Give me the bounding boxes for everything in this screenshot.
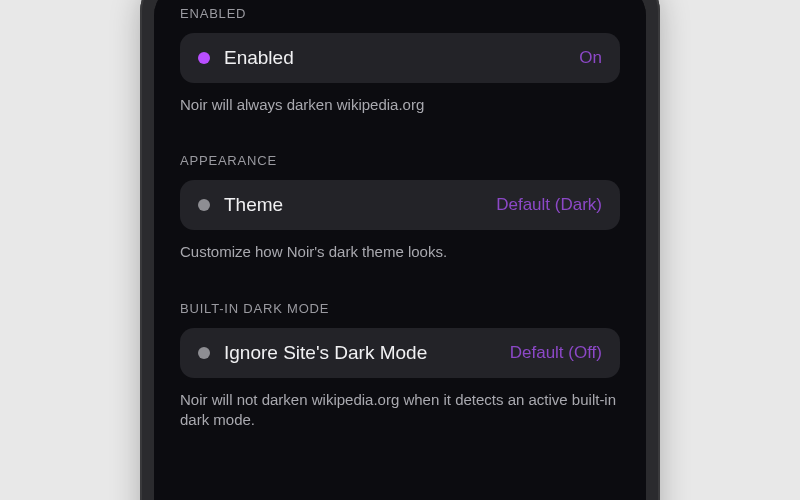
row-enabled[interactable]: Enabled On (180, 33, 620, 83)
row-label-theme: Theme (224, 194, 482, 216)
section-builtin-dark-mode: BUILT-IN DARK MODE Ignore Site's Dark Mo… (180, 301, 620, 431)
row-value-theme: Default (Dark) (496, 195, 602, 215)
row-ignore-site-dark-mode[interactable]: Ignore Site's Dark Mode Default (Off) (180, 328, 620, 378)
description-enabled: Noir will always darken wikipedia.org (180, 95, 620, 115)
description-appearance: Customize how Noir's dark theme looks. (180, 242, 620, 262)
row-label-enabled: Enabled (224, 47, 565, 69)
status-dot-icon (198, 347, 210, 359)
description-builtin: Noir will not darken wikipedia.org when … (180, 390, 620, 431)
status-dot-icon (198, 199, 210, 211)
section-header-enabled: ENABLED (180, 6, 620, 21)
phone-frame: ENABLED Enabled On Noir will always dark… (140, 0, 660, 500)
section-header-builtin: BUILT-IN DARK MODE (180, 301, 620, 316)
row-label-ignore: Ignore Site's Dark Mode (224, 342, 496, 364)
phone-inner: ENABLED Enabled On Noir will always dark… (154, 0, 646, 500)
row-theme[interactable]: Theme Default (Dark) (180, 180, 620, 230)
settings-screen: ENABLED Enabled On Noir will always dark… (154, 0, 646, 500)
row-value-ignore: Default (Off) (510, 343, 602, 363)
section-header-appearance: APPEARANCE (180, 153, 620, 168)
section-appearance: APPEARANCE Theme Default (Dark) Customiz… (180, 153, 620, 262)
row-value-enabled: On (579, 48, 602, 68)
section-enabled: ENABLED Enabled On Noir will always dark… (180, 6, 620, 115)
status-dot-icon (198, 52, 210, 64)
